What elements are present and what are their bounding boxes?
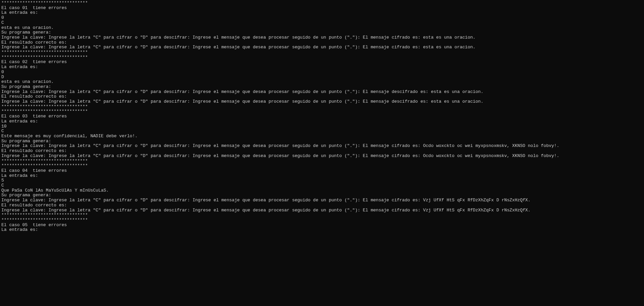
terminal-line: El resultado correcto es: <box>1 203 643 208</box>
terminal-line: Ingrese la clave: Ingrese la letra "C" p… <box>1 90 643 95</box>
terminal-line: ********************************* <box>1 163 643 168</box>
terminal-line: Ingrese la clave: Ingrese la letra "C" p… <box>1 154 643 159</box>
terminal-line: El caso 02 tiene errores <box>1 60 643 65</box>
terminal-line: 0 <box>1 70 643 75</box>
terminal-line: 0 <box>1 15 643 20</box>
terminal-line: La entrada es: <box>1 173 643 178</box>
terminal-output: *********************************El caso… <box>1 1 643 233</box>
terminal-line: C <box>1 129 643 134</box>
terminal-line: ********************************* <box>1 213 643 218</box>
terminal-line: Su programa genera: <box>1 139 643 144</box>
terminal-line: El caso 03 tiene errores <box>1 114 643 119</box>
terminal-line: ********************************* <box>1 55 643 60</box>
terminal-line: La entrada es: <box>1 119 643 124</box>
terminal-line: El caso 05 tiene errores <box>1 223 643 228</box>
terminal-line: Su programa genera: <box>1 85 643 90</box>
terminal-line: ********************************* <box>1 104 643 109</box>
terminal-line: El caso 04 tiene errores <box>1 168 643 173</box>
terminal-line: La entrada es: <box>1 227 643 233</box>
terminal-line: Ingrese la clave: Ingrese la letra "C" p… <box>1 99 643 104</box>
terminal-line: 10 <box>1 124 643 129</box>
terminal-line: El caso 01 tiene errores <box>1 6 643 11</box>
terminal-line: Ingrese la clave: Ingrese la letra "C" p… <box>1 198 643 203</box>
terminal-line: Ingrese la clave: Ingrese la letra "C" p… <box>1 35 643 40</box>
terminal-line: esta es una oracion. <box>1 80 643 85</box>
terminal-line: ********************************* <box>1 1 643 6</box>
terminal-line: ********************************* <box>1 50 643 55</box>
terminal-line: Que PaSa CoN lAs MaYuScUlAs Y mInUsCuLaS… <box>1 188 643 193</box>
terminal-line: Este mensaje es muy confidencial, NADIE … <box>1 134 643 139</box>
terminal-line: D <box>1 75 643 80</box>
terminal-line: El resultado correcto es: <box>1 40 643 45</box>
terminal-line: ********************************* <box>1 109 643 114</box>
terminal-line: El resultado correcto es: <box>1 94 643 99</box>
terminal-line: ********************************* <box>1 159 643 164</box>
terminal-line: Su programa genera: <box>1 30 643 35</box>
terminal-line: La entrada es: <box>1 65 643 70</box>
terminal-line: El resultado correcto es: <box>1 149 643 154</box>
terminal-line: La entrada es: <box>1 10 643 15</box>
terminal-line: Su programa genera: <box>1 193 643 198</box>
terminal-line: esta es una oracion. <box>1 26 643 31</box>
terminal-line: 5 <box>1 178 643 183</box>
terminal-line: ********************************* <box>1 218 643 223</box>
terminal-line: C <box>1 183 643 188</box>
terminal-line: Ingrese la clave: Ingrese la letra "C" p… <box>1 144 643 149</box>
terminal-line: Ingrese la clave: Ingrese la letra "C" p… <box>1 208 643 213</box>
terminal-line: C <box>1 20 643 26</box>
terminal-line: Ingrese la clave: Ingrese la letra "C" p… <box>1 45 643 50</box>
